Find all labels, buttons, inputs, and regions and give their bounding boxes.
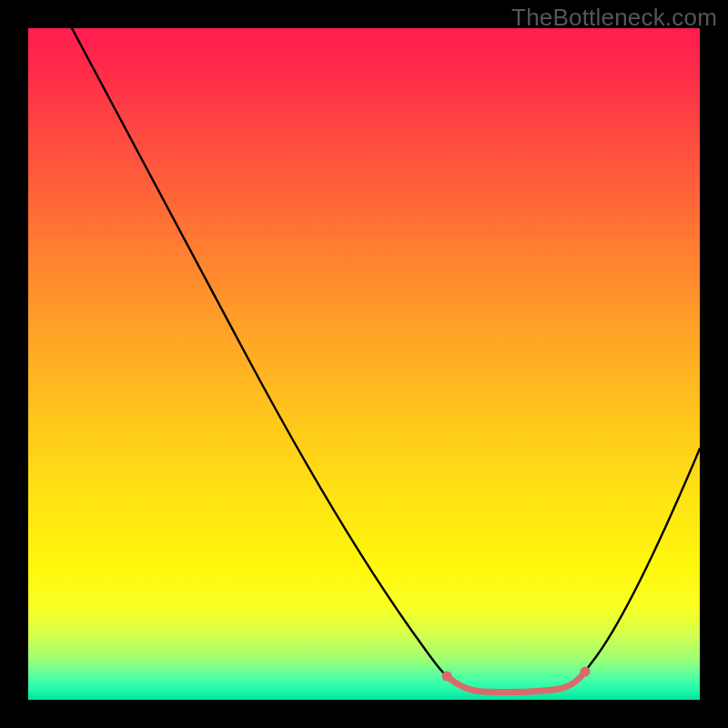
curve-layer: [28, 28, 700, 700]
watermark-text: TheBottleneck.com: [511, 4, 717, 32]
plot-area: [28, 28, 700, 700]
trough-highlight: [447, 672, 585, 693]
trough-dot-right: [581, 667, 591, 677]
trough-dot-left: [442, 672, 452, 682]
chart-frame: TheBottleneck.com: [0, 0, 728, 728]
bottleneck-curve: [72, 28, 700, 692]
